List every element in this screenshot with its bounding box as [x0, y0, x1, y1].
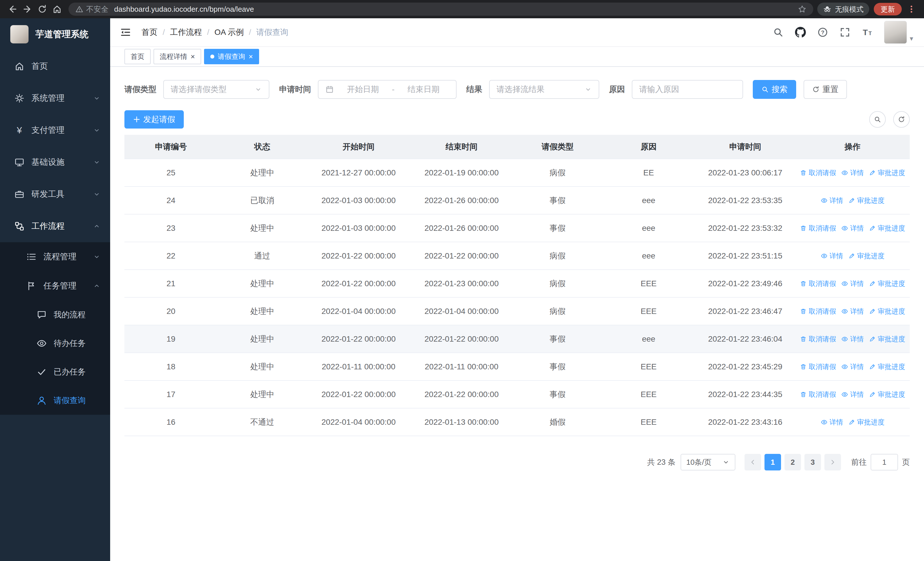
leave-type-cell: 事假 — [513, 381, 602, 408]
detail-action-link[interactable]: 详情 — [821, 418, 843, 427]
cancel-action-link[interactable]: 取消请假 — [800, 168, 836, 177]
actions-cell: 取消请假详情审批进度 — [795, 214, 910, 242]
search-button[interactable]: 搜索 — [753, 80, 796, 99]
actions-cell: 详情审批进度 — [795, 408, 910, 436]
apply-time-cell: 2022-01-22 23:51:15 — [695, 242, 795, 270]
detail-action-link[interactable]: 详情 — [821, 251, 843, 260]
table-row: 22通过2022-01-22 00:00:002022-01-22 00:00:… — [124, 242, 910, 270]
search-icon[interactable] — [773, 27, 784, 38]
breadcrumb-oa-example[interactable]: OA 示例 — [214, 27, 244, 38]
page-button-1[interactable]: 1 — [765, 454, 781, 471]
sidebar-item-label: 首页 — [32, 60, 48, 72]
detail-action-link[interactable]: 详情 — [841, 390, 864, 399]
goto-page-input[interactable] — [871, 454, 898, 471]
breadcrumb-workflow[interactable]: 工作流程 — [170, 27, 202, 38]
breadcrumb-home[interactable]: 首页 — [141, 27, 158, 38]
browser-home-button[interactable] — [50, 2, 64, 17]
reason-input[interactable] — [639, 85, 736, 94]
progress-action-link[interactable]: 审批进度 — [848, 418, 885, 427]
sidebar-item-home[interactable]: 首页 — [0, 50, 110, 82]
edit-icon — [869, 225, 876, 232]
tab-leave-query[interactable]: 请假查询 × — [204, 49, 259, 64]
user-menu[interactable]: ▾ — [884, 21, 913, 44]
close-icon[interactable]: × — [190, 53, 195, 60]
cancel-action-link[interactable]: 取消请假 — [800, 390, 836, 399]
plus-icon — [133, 116, 140, 123]
tab-process-detail[interactable]: 流程详情 × — [153, 49, 201, 64]
cancel-action-link[interactable]: 取消请假 — [800, 307, 836, 316]
progress-action-link[interactable]: 审批进度 — [848, 196, 885, 205]
progress-action-link[interactable]: 审批进度 — [869, 224, 905, 233]
page-size-select[interactable]: 10条/页 — [681, 454, 735, 471]
apply-time-cell: 2022-01-22 23:45:29 — [695, 353, 795, 381]
progress-action-link[interactable]: 审批进度 — [869, 390, 905, 399]
end-time-cell: 2022-01-26 00:00:00 — [410, 214, 513, 242]
leave-type-select[interactable]: 请选择请假类型 — [163, 80, 269, 99]
sidebar-item-process-management[interactable]: 流程管理 — [0, 242, 110, 271]
detail-action-link[interactable]: 详情 — [841, 224, 864, 233]
sidebar-item-system-management[interactable]: 系统管理 — [0, 82, 110, 114]
bookmark-star-icon[interactable] — [798, 5, 806, 14]
cancel-action-link[interactable]: 取消请假 — [800, 362, 836, 371]
close-icon[interactable]: × — [249, 53, 253, 60]
sidebar-item-leave-query[interactable]: 请假查询 — [0, 386, 110, 415]
refresh-table-button[interactable] — [893, 111, 910, 128]
page-button-3[interactable]: 3 — [804, 454, 821, 471]
svg-text:T: T — [868, 30, 872, 36]
cancel-action-link[interactable]: 取消请假 — [800, 224, 836, 233]
next-page-button[interactable] — [824, 454, 841, 471]
sidebar-item-payment-management[interactable]: ¥ 支付管理 — [0, 114, 110, 146]
detail-action-link[interactable]: 详情 — [841, 307, 864, 316]
sidebar-item-todo-tasks[interactable]: 待办任务 — [0, 329, 110, 358]
progress-action-link[interactable]: 审批进度 — [869, 334, 905, 344]
progress-action-link[interactable]: 审批进度 — [869, 279, 905, 288]
prev-page-button[interactable] — [744, 454, 761, 471]
cancel-action-link[interactable]: 取消请假 — [800, 279, 836, 288]
eye-icon — [841, 391, 848, 398]
address-bar[interactable]: 不安全 dashboard.yudao.iocoder.cn/bpm/oa/le… — [69, 3, 813, 16]
tab-home[interactable]: 首页 — [124, 49, 151, 64]
eye-icon — [841, 363, 848, 370]
github-icon[interactable] — [795, 27, 806, 38]
leave-table-body: 25处理中2021-12-27 00:00:002022-01-19 00:00… — [124, 159, 910, 436]
browser-reload-button[interactable] — [35, 2, 50, 17]
toggle-search-button[interactable] — [869, 111, 886, 128]
detail-action-link[interactable]: 详情 — [841, 279, 864, 288]
browser-forward-button[interactable] — [20, 2, 35, 17]
sidebar-item-dev-tools[interactable]: 研发工具 — [0, 178, 110, 210]
reset-button[interactable]: 重置 — [804, 80, 847, 99]
date-range-picker[interactable]: 开始日期 - 结束日期 — [318, 80, 457, 99]
create-leave-button[interactable]: 发起请假 — [124, 110, 184, 129]
progress-action-link[interactable]: 审批进度 — [869, 307, 905, 316]
sidebar-item-workflow[interactable]: 工作流程 — [0, 210, 110, 242]
progress-action-link[interactable]: 审批进度 — [869, 362, 905, 371]
table-row: 23处理中2022-01-03 00:00:002022-01-26 00:00… — [124, 214, 910, 242]
help-icon[interactable]: ? — [817, 27, 828, 38]
result-label: 结果 — [466, 84, 482, 95]
chrome-update-button[interactable]: 更新 — [874, 3, 902, 15]
page-button-2[interactable]: 2 — [784, 454, 801, 471]
sidebar-item-done-tasks[interactable]: 已办任务 — [0, 358, 110, 386]
sidebar-item-task-management[interactable]: 任务管理 — [0, 271, 110, 301]
app-logo-row[interactable]: 芋道管理系统 — [0, 18, 110, 50]
tab-label: 首页 — [131, 52, 144, 61]
progress-action-link[interactable]: 审批进度 — [869, 168, 905, 177]
breadcrumb-separator: / — [249, 28, 251, 37]
cancel-action-link[interactable]: 取消请假 — [800, 334, 836, 344]
end-time-cell: 2022-01-22 00:00:00 — [410, 325, 513, 353]
fullscreen-icon[interactable] — [840, 27, 850, 38]
sidebar-item-my-process[interactable]: 我的流程 — [0, 301, 110, 329]
progress-action-link[interactable]: 审批进度 — [848, 251, 885, 260]
browser-back-button[interactable] — [5, 2, 20, 17]
breadcrumb: 首页 / 工作流程 / OA 示例 / 请假查询 — [141, 27, 288, 38]
result-select[interactable]: 请选择流结果 — [489, 80, 599, 99]
col-request-id: 申请编号 — [124, 135, 218, 159]
detail-action-link[interactable]: 详情 — [841, 362, 864, 371]
browser-menu-button[interactable] — [904, 2, 919, 17]
detail-action-link[interactable]: 详情 — [841, 334, 864, 344]
detail-action-link[interactable]: 详情 — [821, 196, 843, 205]
font-size-icon[interactable]: TT — [862, 27, 873, 38]
sidebar-item-infrastructure[interactable]: 基础设施 — [0, 146, 110, 178]
detail-action-link[interactable]: 详情 — [841, 168, 864, 177]
sidebar-collapse-button[interactable] — [118, 24, 134, 40]
